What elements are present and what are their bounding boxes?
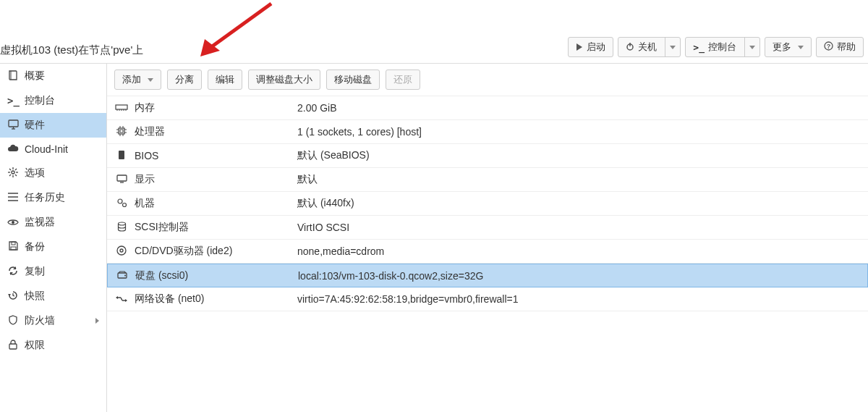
hardware-row[interactable]: CD/DVD驱动器 (ide2)none,media=cdrom xyxy=(107,240,868,264)
shutdown-caret[interactable] xyxy=(665,38,680,56)
disc-icon xyxy=(114,245,129,258)
console-caret[interactable] xyxy=(744,38,760,56)
sidebar-item-label: 控制台 xyxy=(25,94,55,107)
hardware-row[interactable]: 内存2.00 GiB xyxy=(107,96,868,120)
terminal-icon: >_ xyxy=(7,95,19,106)
svg-point-52 xyxy=(117,246,126,255)
shield-icon xyxy=(7,315,19,327)
sidebar-item-label: Cloud-Init xyxy=(25,143,68,155)
svg-marker-57 xyxy=(125,299,127,302)
sidebar-item-label: 概要 xyxy=(25,70,45,83)
hardware-row-label: 处理器 xyxy=(135,125,297,138)
content-toolbar: 添加 分离 编辑 调整磁盘大小 移动磁盘 还原 xyxy=(107,64,868,96)
content-panel: 添加 分离 编辑 调整磁盘大小 移动磁盘 还原 内存2.00 GiB处理器1 (… xyxy=(107,64,868,412)
sidebar-item-label: 监视器 xyxy=(25,216,55,229)
sidebar: 概要>_控制台硬件Cloud-Init选项任务历史监视器备份复制快照防火墙权限 xyxy=(0,64,107,412)
start-label: 启动 xyxy=(587,41,605,54)
sidebar-item-eye[interactable]: 监视器 xyxy=(0,210,106,235)
memory-icon xyxy=(114,102,129,114)
detach-button[interactable]: 分离 xyxy=(167,70,202,90)
shutdown-button[interactable]: 关机 xyxy=(618,37,681,57)
hardware-row[interactable]: SCSI控制器VirtIO SCSI xyxy=(107,216,868,240)
hardware-row-value: local:103/vm-103-disk-0.qcow2,size=32G xyxy=(298,270,860,282)
hardware-row-value: 1 (1 sockets, 1 cores) [host] xyxy=(297,126,861,138)
sidebar-item-cloud[interactable]: Cloud-Init xyxy=(0,138,106,161)
cpu-icon xyxy=(114,126,129,138)
main-area: 概要>_控制台硬件Cloud-Init选项任务历史监视器备份复制快照防火墙权限 … xyxy=(0,64,868,412)
svg-rect-8 xyxy=(9,120,18,127)
more-button[interactable]: 更多 xyxy=(765,37,812,57)
gear-icon xyxy=(7,167,19,180)
lock-icon xyxy=(7,340,19,352)
more-label: 更多 xyxy=(773,41,791,54)
hardware-row-value: 默认 (SeaBIOS) xyxy=(297,149,861,162)
svg-rect-46 xyxy=(119,151,124,159)
desktop-icon xyxy=(7,119,19,132)
start-button[interactable]: 启动 xyxy=(568,37,613,57)
header-bar: 虚拟机103 (test)在节点'pve'上 启动 关机 >_ 控制台 更多 ?… xyxy=(0,0,868,64)
svg-rect-37 xyxy=(120,130,123,133)
sidebar-item-refresh[interactable]: 复制 xyxy=(0,259,106,284)
svg-text:?: ? xyxy=(827,43,831,50)
sidebar-item-label: 权限 xyxy=(25,339,45,352)
edit-button[interactable]: 编辑 xyxy=(208,70,242,90)
power-icon xyxy=(626,42,634,53)
svg-line-16 xyxy=(9,169,11,170)
svg-line-19 xyxy=(9,175,11,176)
sidebar-item-terminal[interactable]: >_控制台 xyxy=(0,88,106,113)
add-button[interactable]: 添加 xyxy=(114,70,161,90)
svg-point-51 xyxy=(118,222,125,225)
hardware-row[interactable]: BIOS默认 (SeaBIOS) xyxy=(107,144,868,168)
move-disk-button[interactable]: 移动磁盘 xyxy=(326,70,380,90)
sidebar-item-list[interactable]: 任务历史 xyxy=(0,185,106,210)
sidebar-item-label: 硬件 xyxy=(25,119,45,132)
hardware-row[interactable]: 处理器1 (1 sockets, 1 cores) [host] xyxy=(107,120,868,144)
restore-button[interactable]: 还原 xyxy=(386,70,420,90)
refresh-icon xyxy=(7,266,19,278)
chevron-down-icon xyxy=(749,46,755,49)
hardware-row-value: virtio=7A:45:92:62:58:19,bridge=vmbr0,fi… xyxy=(297,293,861,305)
eye-icon xyxy=(7,216,19,228)
sidebar-item-clock[interactable]: 快照 xyxy=(0,284,106,308)
sidebar-item-shield[interactable]: 防火墙 xyxy=(0,308,106,333)
chevron-down-icon xyxy=(670,46,676,49)
svg-point-53 xyxy=(120,249,123,252)
page-title: 虚拟机103 (test)在节点'pve'上 xyxy=(0,43,143,57)
network-icon xyxy=(114,293,129,305)
clock-icon xyxy=(7,290,19,303)
sidebar-item-gear[interactable]: 选项 xyxy=(0,161,106,185)
hardware-row-value: none,media=cdrom xyxy=(297,245,861,257)
help-button[interactable]: ? 帮助 xyxy=(816,37,864,57)
resize-disk-button[interactable]: 调整磁盘大小 xyxy=(248,70,320,90)
hardware-row[interactable]: 硬盘 (scsi0)local:103/vm-103-disk-0.qcow2,… xyxy=(107,264,868,287)
hardware-row-label: 网络设备 (net0) xyxy=(135,293,297,306)
svg-marker-2 xyxy=(576,43,582,51)
hardware-row[interactable]: 机器默认 (i440fx) xyxy=(107,192,868,216)
svg-rect-30 xyxy=(116,105,127,109)
database-icon xyxy=(114,222,129,234)
sidebar-item-book[interactable]: 概要 xyxy=(0,64,106,88)
hardware-row[interactable]: 显示默认 xyxy=(107,168,868,192)
svg-line-17 xyxy=(15,175,17,176)
hardware-row[interactable]: 网络设备 (net0)virtio=7A:45:92:62:58:19,brid… xyxy=(107,287,868,311)
sidebar-item-desktop[interactable]: 硬件 xyxy=(0,113,106,138)
cogs-icon xyxy=(114,198,129,210)
add-label: 添加 xyxy=(122,73,141,86)
help-icon: ? xyxy=(824,41,833,53)
svg-point-23 xyxy=(12,221,14,224)
sidebar-item-label: 复制 xyxy=(25,265,45,278)
console-button[interactable]: >_ 控制台 xyxy=(685,37,760,57)
hardware-row-label: SCSI控制器 xyxy=(135,221,297,234)
chip-icon xyxy=(114,150,129,162)
hardware-row-value: VirtIO SCSI xyxy=(297,222,861,233)
svg-point-55 xyxy=(124,274,126,276)
sidebar-item-lock[interactable]: 权限 xyxy=(0,333,106,358)
list-icon xyxy=(7,192,19,203)
sidebar-item-label: 选项 xyxy=(25,167,45,180)
shutdown-label: 关机 xyxy=(638,41,657,54)
hardware-row-label: 硬盘 (scsi0) xyxy=(135,269,298,282)
svg-rect-29 xyxy=(9,344,17,349)
sidebar-item-save[interactable]: 备份 xyxy=(0,235,106,259)
hdd-icon xyxy=(115,270,129,282)
svg-point-50 xyxy=(122,203,126,206)
